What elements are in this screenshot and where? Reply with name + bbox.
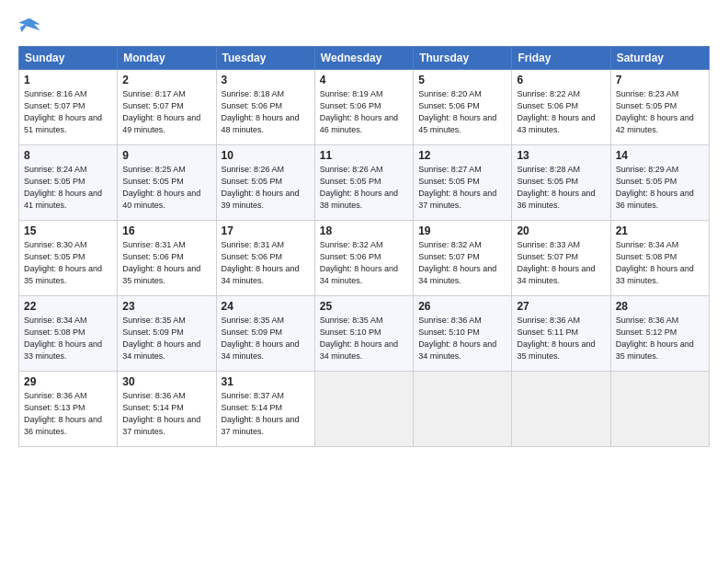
day-info: Sunrise: 8:34 AMSunset: 5:08 PMDaylight:…	[24, 316, 102, 361]
day-number: 26	[418, 300, 506, 313]
calendar-cell: 22 Sunrise: 8:34 AMSunset: 5:08 PMDaylig…	[19, 296, 118, 372]
day-info: Sunrise: 8:18 AMSunset: 5:06 PMDaylight:…	[222, 89, 300, 134]
calendar-cell: 13 Sunrise: 8:28 AMSunset: 5:05 PMDaylig…	[512, 145, 610, 221]
calendar-cell: 26 Sunrise: 8:36 AMSunset: 5:10 PMDaylig…	[414, 296, 512, 372]
calendar-cell	[314, 372, 413, 447]
calendar-cell: 30 Sunrise: 8:36 AMSunset: 5:14 PMDaylig…	[118, 372, 216, 447]
calendar-cell: 20 Sunrise: 8:33 AMSunset: 5:07 PMDaylig…	[512, 221, 610, 296]
day-number: 2	[122, 74, 210, 86]
day-number: 11	[320, 149, 408, 162]
day-info: Sunrise: 8:29 AMSunset: 5:05 PMDaylight:…	[616, 165, 694, 210]
day-number: 20	[517, 224, 605, 237]
day-info: Sunrise: 8:16 AMSunset: 5:07 PMDaylight:…	[24, 89, 102, 134]
day-info: Sunrise: 8:25 AMSunset: 5:05 PMDaylight:…	[122, 165, 200, 210]
calendar-cell: 8 Sunrise: 8:24 AMSunset: 5:05 PMDayligh…	[19, 145, 118, 221]
weekday-header-tuesday: Tuesday	[216, 47, 314, 70]
day-info: Sunrise: 8:31 AMSunset: 5:06 PMDaylight:…	[222, 240, 300, 285]
day-number: 30	[122, 375, 210, 388]
calendar-cell: 2 Sunrise: 8:17 AMSunset: 5:07 PMDayligh…	[118, 70, 216, 145]
week-row-3: 15 Sunrise: 8:30 AMSunset: 5:05 PMDaylig…	[19, 221, 710, 296]
calendar-cell: 15 Sunrise: 8:30 AMSunset: 5:05 PMDaylig…	[19, 221, 118, 296]
day-number: 16	[122, 224, 210, 237]
day-info: Sunrise: 8:24 AMSunset: 5:05 PMDaylight:…	[24, 165, 102, 210]
calendar-cell: 16 Sunrise: 8:31 AMSunset: 5:06 PMDaylig…	[118, 221, 216, 296]
calendar-cell: 27 Sunrise: 8:36 AMSunset: 5:11 PMDaylig…	[512, 296, 610, 372]
day-number: 3	[222, 74, 310, 86]
calendar-cell: 14 Sunrise: 8:29 AMSunset: 5:05 PMDaylig…	[610, 145, 709, 221]
day-info: Sunrise: 8:36 AMSunset: 5:10 PMDaylight:…	[418, 316, 496, 361]
day-number: 10	[222, 149, 310, 162]
week-row-4: 22 Sunrise: 8:34 AMSunset: 5:08 PMDaylig…	[19, 296, 710, 372]
day-info: Sunrise: 8:36 AMSunset: 5:13 PMDaylight:…	[24, 391, 102, 436]
day-number: 27	[517, 300, 605, 313]
day-info: Sunrise: 8:26 AMSunset: 5:05 PMDaylight:…	[222, 165, 300, 210]
calendar-cell: 7 Sunrise: 8:23 AMSunset: 5:05 PMDayligh…	[610, 70, 709, 145]
day-info: Sunrise: 8:28 AMSunset: 5:05 PMDaylight:…	[517, 165, 595, 210]
calendar-body: 1 Sunrise: 8:16 AMSunset: 5:07 PMDayligh…	[19, 70, 710, 447]
day-info: Sunrise: 8:27 AMSunset: 5:05 PMDaylight:…	[418, 165, 496, 210]
week-row-1: 1 Sunrise: 8:16 AMSunset: 5:07 PMDayligh…	[19, 70, 710, 145]
day-info: Sunrise: 8:30 AMSunset: 5:05 PMDaylight:…	[24, 240, 102, 285]
day-number: 19	[418, 224, 506, 237]
calendar-cell: 5 Sunrise: 8:20 AMSunset: 5:06 PMDayligh…	[414, 70, 512, 145]
day-number: 12	[418, 149, 506, 162]
day-number: 23	[122, 300, 210, 313]
calendar-cell: 17 Sunrise: 8:31 AMSunset: 5:06 PMDaylig…	[216, 221, 314, 296]
day-info: Sunrise: 8:36 AMSunset: 5:11 PMDaylight:…	[517, 316, 595, 361]
calendar-cell: 24 Sunrise: 8:35 AMSunset: 5:09 PMDaylig…	[216, 296, 314, 372]
week-row-2: 8 Sunrise: 8:24 AMSunset: 5:05 PMDayligh…	[19, 145, 710, 221]
day-info: Sunrise: 8:32 AMSunset: 5:06 PMDaylight:…	[320, 240, 398, 285]
calendar-cell: 10 Sunrise: 8:26 AMSunset: 5:05 PMDaylig…	[216, 145, 314, 221]
day-number: 8	[24, 149, 112, 162]
logo-icon	[18, 17, 40, 37]
calendar-cell: 1 Sunrise: 8:16 AMSunset: 5:07 PMDayligh…	[19, 70, 118, 145]
day-info: Sunrise: 8:35 AMSunset: 5:09 PMDaylight:…	[122, 316, 200, 361]
day-info: Sunrise: 8:23 AMSunset: 5:05 PMDaylight:…	[616, 89, 694, 134]
day-number: 5	[418, 74, 506, 86]
svg-marker-0	[18, 18, 40, 32]
day-number: 25	[320, 300, 408, 313]
calendar-header: SundayMondayTuesdayWednesdayThursdayFrid…	[19, 47, 710, 70]
weekday-header-row: SundayMondayTuesdayWednesdayThursdayFrid…	[19, 47, 710, 70]
day-info: Sunrise: 8:37 AMSunset: 5:14 PMDaylight:…	[222, 391, 300, 436]
day-number: 17	[222, 224, 310, 237]
day-info: Sunrise: 8:19 AMSunset: 5:06 PMDaylight:…	[320, 89, 398, 134]
day-number: 4	[320, 74, 408, 86]
weekday-header-saturday: Saturday	[610, 47, 709, 70]
calendar-cell	[610, 372, 709, 447]
day-number: 22	[24, 300, 112, 313]
calendar-cell: 4 Sunrise: 8:19 AMSunset: 5:06 PMDayligh…	[314, 70, 413, 145]
day-number: 18	[320, 224, 408, 237]
calendar-cell: 21 Sunrise: 8:34 AMSunset: 5:08 PMDaylig…	[610, 221, 709, 296]
day-number: 15	[24, 224, 112, 237]
week-row-5: 29 Sunrise: 8:36 AMSunset: 5:13 PMDaylig…	[19, 372, 710, 447]
weekday-header-sunday: Sunday	[19, 47, 118, 70]
day-info: Sunrise: 8:20 AMSunset: 5:06 PMDaylight:…	[418, 89, 496, 134]
logo	[18, 17, 44, 37]
calendar-cell: 11 Sunrise: 8:26 AMSunset: 5:05 PMDaylig…	[314, 145, 413, 221]
calendar-cell: 18 Sunrise: 8:32 AMSunset: 5:06 PMDaylig…	[314, 221, 413, 296]
calendar-cell: 19 Sunrise: 8:32 AMSunset: 5:07 PMDaylig…	[414, 221, 512, 296]
day-number: 7	[616, 74, 704, 86]
day-info: Sunrise: 8:34 AMSunset: 5:08 PMDaylight:…	[616, 240, 694, 285]
weekday-header-wednesday: Wednesday	[314, 47, 413, 70]
day-info: Sunrise: 8:31 AMSunset: 5:06 PMDaylight:…	[122, 240, 200, 285]
day-info: Sunrise: 8:26 AMSunset: 5:05 PMDaylight:…	[320, 165, 398, 210]
day-number: 31	[222, 375, 310, 388]
day-info: Sunrise: 8:22 AMSunset: 5:06 PMDaylight:…	[517, 89, 595, 134]
calendar-cell: 29 Sunrise: 8:36 AMSunset: 5:13 PMDaylig…	[19, 372, 118, 447]
weekday-header-monday: Monday	[118, 47, 216, 70]
calendar-cell: 23 Sunrise: 8:35 AMSunset: 5:09 PMDaylig…	[118, 296, 216, 372]
day-info: Sunrise: 8:36 AMSunset: 5:14 PMDaylight:…	[122, 391, 200, 436]
day-number: 1	[24, 74, 112, 86]
header	[18, 17, 710, 37]
calendar-cell	[512, 372, 610, 447]
day-info: Sunrise: 8:35 AMSunset: 5:09 PMDaylight:…	[222, 316, 300, 361]
day-info: Sunrise: 8:17 AMSunset: 5:07 PMDaylight:…	[122, 89, 200, 134]
weekday-header-thursday: Thursday	[414, 47, 512, 70]
day-info: Sunrise: 8:35 AMSunset: 5:10 PMDaylight:…	[320, 316, 398, 361]
calendar-cell: 9 Sunrise: 8:25 AMSunset: 5:05 PMDayligh…	[118, 145, 216, 221]
day-number: 6	[517, 74, 605, 86]
day-info: Sunrise: 8:33 AMSunset: 5:07 PMDaylight:…	[517, 240, 595, 285]
calendar-cell: 6 Sunrise: 8:22 AMSunset: 5:06 PMDayligh…	[512, 70, 610, 145]
